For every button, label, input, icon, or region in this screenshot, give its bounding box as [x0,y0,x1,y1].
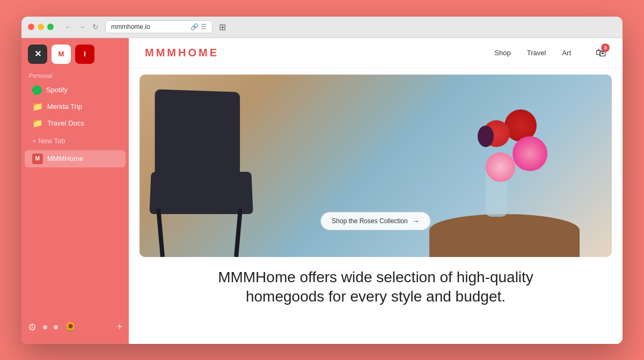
description-line2: homegoods for every style and budget. [246,288,506,305]
dot-1 [43,325,47,329]
website-nav: MMMHOME Shop Travel Art 🛍 3 [129,38,623,68]
url-text: mmmhome.io [111,23,187,31]
nav-travel[interactable]: Travel [527,49,546,57]
nav-controls: ← → ↻ [62,21,101,32]
flower-cluster [440,109,547,206]
sidebar-item-merida[interactable]: 📁 Merida Trip [25,98,126,115]
hero-description: MMMHome offers wide selection of high-qu… [129,257,623,312]
sidebar-bottom-bar: ⚙ 🌻 + [21,317,129,337]
dot-2 [54,325,58,329]
sidebar-item-label: Travel Docs [47,119,84,127]
reader-icon: ☰ [201,23,207,31]
address-bar-icons: 🔗 ☰ [191,23,207,31]
hero-cta-label: Shop the Roses Collection [332,217,407,225]
sidebar-toggle-button[interactable]: ⊞ [219,22,226,32]
sidebar: ✕ M I Personal Spotify 📁 Merida Trip 📁 T… [21,38,129,344]
browser-window: ← → ↻ mmmhome.io 🔗 ☰ ⊞ ✕ M I Personal Sp… [21,17,623,344]
folder-blue-icon: 📁 [32,101,43,112]
cta-arrow-icon: → [412,217,420,225]
mmmhome-tab-icon: M [32,153,43,164]
sidebar-item-spotify[interactable]: Spotify [25,82,126,98]
table-surface [429,214,580,257]
active-tab-label: MMMHome [47,155,83,163]
folder-purple-icon: 📁 [32,118,43,128]
link-icon: 🔗 [191,23,199,31]
quick-icons-bar: ✕ M I [21,45,129,70]
minimize-button[interactable] [38,24,44,30]
add-tab-icon[interactable]: + [116,321,122,333]
cart-icon[interactable]: 🛍 3 [596,47,606,59]
new-tab-label: + New Tab [32,137,65,145]
nav-shop[interactable]: Shop [494,49,510,57]
blocker-icon[interactable]: ✕ [28,45,47,64]
main-area: ✕ M I Personal Spotify 📁 Merida Trip 📁 T… [21,38,623,344]
hero-image: Shop the Roses Collection → [140,75,612,257]
sunflower-icon[interactable]: 🌻 [64,321,76,333]
flower-pink-2 [486,152,515,182]
sidebar-item-travel-docs[interactable]: 📁 Travel Docs [25,115,126,131]
address-bar[interactable]: mmmhome.io 🔗 ☰ [105,20,213,33]
description-line1: MMMHome offers wide selection of high-qu… [218,269,533,285]
hero-section: Shop the Roses Collection → MMMHome offe… [129,68,623,344]
flower-dark-1 [478,126,494,147]
section-personal-label: Personal [21,70,129,82]
maximize-button[interactable] [47,24,54,30]
nav-art[interactable]: Art [562,49,571,57]
chair-leg-left [156,208,165,256]
traffic-lights [28,24,54,30]
website-nav-links: Shop Travel Art 🛍 3 [494,47,606,59]
chair-seat [149,172,253,214]
forward-button[interactable]: → [76,21,88,32]
settings-icon[interactable]: ⚙ [28,321,36,333]
title-bar: ← → ↻ mmmhome.io 🔗 ☰ ⊞ [21,17,623,38]
sidebar-item-label: Merida Trip [47,102,82,111]
spotify-icon [32,85,42,95]
chair-leg-right [234,208,243,256]
cart-badge: 3 [601,43,610,52]
new-tab-button[interactable]: + New Tab [25,134,126,148]
web-content: MMMHOME Shop Travel Art 🛍 3 [129,38,623,344]
flower-pink-1 [513,136,547,171]
back-button[interactable]: ← [62,21,74,32]
sidebar-item-label: Spotify [46,86,68,94]
refresh-button[interactable]: ↻ [90,21,101,32]
close-button[interactable] [28,24,34,30]
website-logo: MMMHOME [145,47,494,59]
instapaper-icon[interactable]: I [75,45,94,64]
sidebar-item-mmmhome[interactable]: M MMMHome [25,150,126,167]
hero-cta-button[interactable]: Shop the Roses Collection → [320,212,430,230]
hero-title-line1: MMMHome offers wide selection of high-qu… [145,268,606,307]
gmail-icon[interactable]: M [52,45,71,64]
